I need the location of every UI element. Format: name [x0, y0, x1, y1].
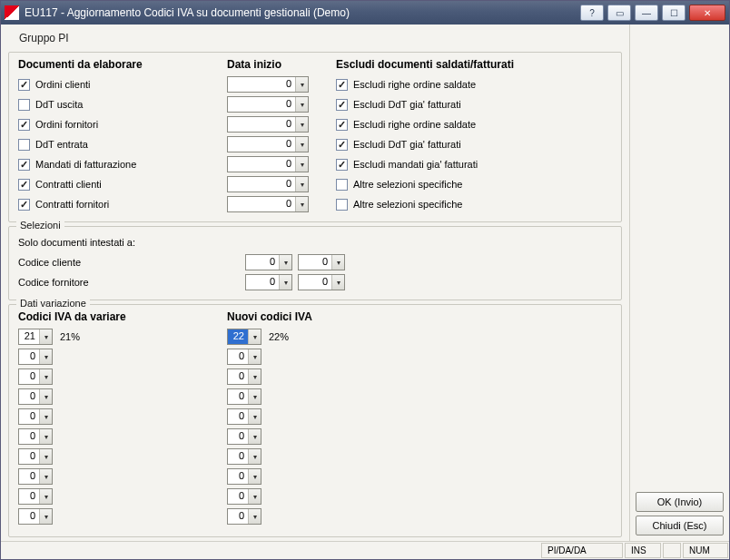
doc-checkbox[interactable] — [18, 199, 30, 211]
doc-checkbox[interactable] — [18, 119, 30, 131]
dropdown-icon[interactable]: ▾ — [248, 349, 261, 364]
dropdown-icon[interactable]: ▾ — [248, 469, 261, 484]
codice-variare-code-input[interactable]: 0▾ — [18, 408, 53, 425]
dropdown-icon[interactable]: ▾ — [39, 409, 52, 424]
dropdown-icon[interactable]: ▾ — [248, 509, 261, 524]
dropdown-icon[interactable]: ▾ — [248, 489, 261, 504]
escludi-checkbox[interactable] — [336, 119, 348, 131]
dropdown-icon[interactable]: ▾ — [279, 275, 291, 290]
dropdown-icon[interactable]: ▾ — [39, 489, 52, 504]
data-inizio-input[interactable]: 0▾ — [227, 76, 309, 93]
codice-variare-row: 0▾ — [18, 427, 227, 447]
restore-inner-button[interactable]: ▭ — [607, 5, 631, 21]
doc-checkbox[interactable] — [18, 79, 30, 91]
dropdown-icon[interactable]: ▾ — [295, 157, 308, 172]
data-inizio-input[interactable]: 0▾ — [227, 176, 309, 192]
dropdown-icon[interactable]: ▾ — [248, 389, 261, 404]
codice-variare-code-input[interactable]: 0▾ — [18, 448, 53, 465]
dropdown-icon[interactable]: ▾ — [39, 469, 52, 484]
dropdown-icon[interactable]: ▾ — [39, 429, 52, 444]
nuovo-codice-row: 0▾ — [227, 506, 436, 526]
codice-variare-code-input[interactable]: 0▾ — [18, 468, 53, 485]
codice-variare-code-input[interactable]: 0▾ — [18, 488, 53, 505]
codice-variare-code-input[interactable]: 21▾ — [18, 329, 53, 345]
dropdown-icon[interactable]: ▾ — [39, 329, 52, 344]
escludi-checkbox[interactable] — [336, 179, 348, 191]
data-inizio-input[interactable]: 0▾ — [227, 96, 309, 113]
data-inizio-input[interactable]: 0▾ — [227, 156, 309, 172]
close-button[interactable]: ✕ — [689, 5, 725, 21]
doc-label: Ordini clienti — [35, 79, 91, 90]
escludi-column: Escludi documenti saldati/fatturati Escl… — [336, 58, 612, 214]
escludi-row: Escludi righe ordine saldate — [336, 114, 612, 134]
codice-variare-code-input[interactable]: 0▾ — [18, 349, 53, 365]
close-icon: ✕ — [704, 8, 711, 18]
codice-variare-code-input[interactable]: 0▾ — [18, 508, 53, 525]
nuovo-codice-code-input[interactable]: 0▾ — [227, 448, 261, 465]
dropdown-icon[interactable]: ▾ — [248, 329, 261, 344]
dati-variazione-panel: Dati variazione Codici IVA da variare 21… — [8, 304, 622, 537]
minimize-button[interactable]: — — [635, 5, 658, 21]
dropdown-icon[interactable]: ▾ — [331, 275, 344, 290]
doc-checkbox[interactable] — [18, 159, 30, 171]
dropdown-icon[interactable]: ▾ — [39, 349, 52, 364]
codice-variare-code-input[interactable]: 0▾ — [18, 388, 53, 405]
dropdown-icon[interactable]: ▾ — [295, 177, 308, 192]
escludi-checkbox[interactable] — [336, 139, 348, 151]
codice-variare-row: 0▾ — [18, 467, 227, 486]
dropdown-icon[interactable]: ▾ — [39, 509, 52, 524]
doc-checkbox[interactable] — [18, 139, 30, 151]
codice-cliente-to[interactable]: 0▾ — [298, 254, 345, 270]
escludi-label: Escludi righe ordine saldate — [353, 79, 476, 90]
nuovo-codice-code-input[interactable]: 0▾ — [227, 408, 261, 425]
data-inizio-input[interactable]: 0▾ — [227, 116, 309, 133]
dropdown-icon[interactable]: ▾ — [39, 369, 52, 384]
codice-variare-row: 0▾ — [18, 387, 227, 407]
dropdown-icon[interactable]: ▾ — [331, 255, 344, 270]
dropdown-icon[interactable]: ▾ — [248, 449, 261, 464]
nuovo-codice-code-input[interactable]: 0▾ — [227, 388, 261, 405]
dropdown-icon[interactable]: ▾ — [295, 137, 308, 152]
codice-variare-code-input[interactable]: 0▾ — [18, 368, 53, 385]
dropdown-icon[interactable]: ▾ — [248, 369, 261, 384]
dropdown-icon[interactable]: ▾ — [248, 429, 261, 444]
maximize-button[interactable]: ☐ — [662, 5, 686, 21]
nuovo-codice-row: 0▾ — [227, 387, 436, 407]
nuovo-codice-code-input[interactable]: 0▾ — [227, 468, 261, 485]
escludi-checkbox[interactable] — [336, 99, 348, 111]
dropdown-icon[interactable]: ▾ — [295, 117, 308, 132]
nuovo-codice-code-input[interactable]: 0▾ — [227, 508, 261, 525]
help-button[interactable]: ? — [580, 5, 604, 21]
nuovo-codice-code-input[interactable]: 0▾ — [227, 349, 261, 365]
data-inizio-input[interactable]: 0▾ — [227, 136, 309, 152]
nuovo-codice-code-input[interactable]: 22▾ — [227, 329, 261, 345]
dropdown-icon[interactable]: ▾ — [39, 449, 52, 464]
nuovo-codice-code-input[interactable]: 0▾ — [227, 488, 261, 505]
nuovo-codice-code-input[interactable]: 0▾ — [227, 428, 261, 445]
codice-fornitore-to[interactable]: 0▾ — [298, 274, 345, 290]
doc-checkbox[interactable] — [18, 179, 30, 191]
nuovo-codice-row: 0▾ — [227, 447, 436, 467]
codice-variare-row: 21▾21% — [18, 327, 227, 347]
doc-checkbox[interactable] — [18, 99, 30, 111]
chiudi-button[interactable]: Chiudi (Esc) — [636, 516, 724, 535]
escludi-checkbox[interactable] — [336, 199, 348, 211]
dropdown-icon[interactable]: ▾ — [295, 97, 308, 112]
nuovo-codice-row: 0▾ — [227, 407, 436, 427]
dropdown-icon[interactable]: ▾ — [295, 77, 308, 92]
data-inizio-heading: Data inizio — [227, 58, 336, 71]
ok-button[interactable]: OK (Invio) — [636, 492, 724, 512]
codice-variare-code-input[interactable]: 0▾ — [18, 428, 53, 445]
data-inizio-input[interactable]: 0▾ — [227, 196, 309, 212]
codice-fornitore-from[interactable]: 0▾ — [245, 274, 292, 290]
dropdown-icon[interactable]: ▾ — [248, 409, 261, 424]
codice-cliente-from[interactable]: 0▾ — [245, 254, 292, 270]
dropdown-icon[interactable]: ▾ — [39, 389, 52, 404]
nuovo-codice-code-input[interactable]: 0▾ — [227, 368, 261, 385]
escludi-label: Escludi DdT gia' fatturati — [353, 99, 461, 110]
dropdown-icon[interactable]: ▾ — [279, 255, 291, 270]
status-empty — [663, 543, 681, 558]
escludi-checkbox[interactable] — [336, 79, 348, 91]
dropdown-icon[interactable]: ▾ — [295, 197, 308, 211]
escludi-checkbox[interactable] — [336, 159, 348, 171]
